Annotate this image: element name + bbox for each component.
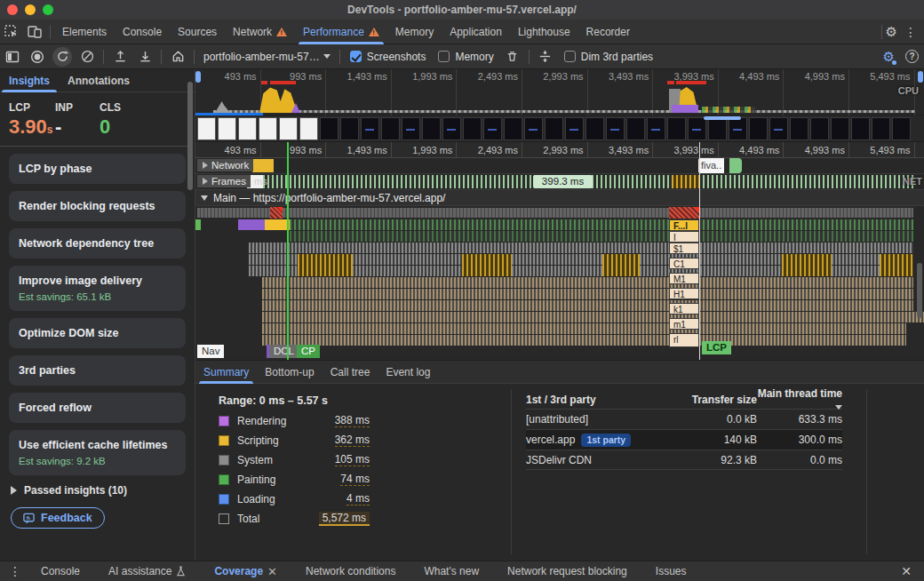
- insight-lcp-by-phase[interactable]: LCP by phase: [9, 154, 186, 184]
- frames-track[interactable]: 399.3 ms Frames ms: [195, 174, 924, 190]
- screenshot-frame[interactable]: [299, 117, 318, 140]
- tab-lighthouse[interactable]: Lighthouse: [510, 20, 578, 44]
- screenshot-frame[interactable]: [259, 117, 277, 140]
- screenshot-frame[interactable]: [361, 117, 379, 140]
- nav-marker[interactable]: Nav: [197, 345, 224, 358]
- screenshot-frame[interactable]: [381, 117, 400, 140]
- reload-record-button[interactable]: [52, 47, 72, 67]
- cp-marker[interactable]: CP: [297, 345, 320, 358]
- screenshot-frame[interactable]: [279, 117, 298, 140]
- selection-handle-left[interactable]: [195, 71, 201, 83]
- tab-summary[interactable]: Summary: [195, 361, 257, 384]
- insight-image-delivery[interactable]: Improve image deliveryEst savings: 65.1 …: [9, 266, 186, 311]
- screenshot-frame[interactable]: [647, 117, 665, 140]
- collect-garbage-icon[interactable]: [503, 47, 522, 67]
- screenshot-frame[interactable]: [218, 117, 236, 140]
- screenshot-frame[interactable]: [872, 117, 890, 140]
- frames-track-label[interactable]: Frames: [197, 175, 251, 187]
- drawer-tab-issues[interactable]: Issues: [656, 565, 687, 577]
- settings-gear-icon[interactable]: ⚙: [886, 24, 897, 40]
- tab-recorder[interactable]: Recorder: [578, 20, 638, 44]
- network-track[interactable]: Network fiva..: [195, 158, 924, 174]
- screenshot-frame[interactable]: [769, 117, 788, 140]
- screenshot-frame[interactable]: [810, 117, 829, 140]
- stack-frame-label[interactable]: I: [669, 231, 699, 243]
- tab-application[interactable]: Application: [442, 20, 510, 44]
- screenshots-filmstrip[interactable]: [195, 115, 924, 142]
- main-track-header[interactable]: Main — https://portfolio-amber-mu-57.ver…: [195, 190, 924, 206]
- screenshot-frame[interactable]: [688, 117, 706, 140]
- tab-insights[interactable]: Insights: [0, 69, 59, 92]
- insight-forced-reflow[interactable]: Forced reflow: [9, 393, 186, 423]
- stack-frame-label[interactable]: m1: [669, 318, 699, 330]
- feedback-button[interactable]: Feedback: [11, 507, 105, 529]
- screenshot-frame[interactable]: [524, 117, 543, 140]
- drawer-tab-ai-assistance[interactable]: AI assistance: [108, 565, 186, 577]
- stack-frame-label[interactable]: H1: [669, 288, 699, 299]
- insight-render-blocking[interactable]: Render blocking requests: [9, 191, 186, 221]
- screenshot-frame[interactable]: [463, 117, 482, 140]
- insight-3rd-parties[interactable]: 3rd parties: [9, 355, 186, 386]
- screenshot-frame[interactable]: [892, 117, 911, 140]
- stack-frame-label[interactable]: F...l: [669, 219, 699, 231]
- download-profile-icon[interactable]: [135, 47, 155, 67]
- tab-elements[interactable]: Elements: [54, 20, 115, 44]
- screenshot-frame[interactable]: [729, 117, 747, 140]
- main-flame-chart[interactable]: F...l I $1 C1 M1 H1 k1 m1 rl Nav DCL CP …: [195, 206, 924, 360]
- screenshot-frame[interactable]: [790, 117, 808, 140]
- collapse-tracks-icon[interactable]: [536, 47, 555, 67]
- sidebar-scrollbar[interactable]: [187, 82, 193, 190]
- frame-duration-chip[interactable]: 399.3 ms: [533, 175, 593, 188]
- screenshot-frame[interactable]: [667, 117, 686, 140]
- home-icon[interactable]: [168, 47, 187, 67]
- tab-event-log[interactable]: Event log: [378, 361, 438, 384]
- screenshot-frame[interactable]: [708, 117, 727, 140]
- screenshots-checkbox[interactable]: Screenshots: [350, 51, 426, 63]
- tab-sources[interactable]: Sources: [170, 20, 225, 44]
- drawer-tab-coverage[interactable]: Coverage✕: [214, 565, 277, 578]
- screenshot-frame[interactable]: [585, 117, 604, 140]
- table-row[interactable]: vercel.app1st party 140 kB 300.0 ms: [526, 429, 842, 450]
- inspect-element-icon[interactable]: [4, 24, 20, 40]
- screenshot-frame[interactable]: [504, 117, 522, 140]
- stack-frame-label[interactable]: C1: [669, 258, 699, 269]
- screenshot-frame[interactable]: [483, 117, 502, 140]
- table-header[interactable]: 1st / 3rd party Transfer size Main threa…: [526, 391, 842, 409]
- stack-frame-label[interactable]: $1: [669, 243, 699, 254]
- passed-insights-toggle[interactable]: Passed insights (10): [11, 484, 186, 497]
- close-coverage-icon[interactable]: ✕: [267, 565, 277, 578]
- stack-frame-label[interactable]: k1: [669, 303, 699, 314]
- screenshot-frame[interactable]: [626, 117, 645, 140]
- toggle-sidebar-icon[interactable]: [3, 47, 22, 67]
- insight-cache-lifetimes[interactable]: Use efficient cache lifetimesEst savings…: [9, 430, 186, 475]
- device-toolbar-icon[interactable]: [27, 24, 43, 40]
- screenshot-frame[interactable]: [851, 117, 870, 140]
- history-select[interactable]: portfolio-amber-mu-57…: [203, 51, 331, 63]
- upload-profile-icon[interactable]: [110, 47, 130, 67]
- drawer-tab-console[interactable]: Console: [41, 565, 80, 577]
- close-drawer-icon[interactable]: ✕: [901, 564, 912, 578]
- screenshot-frame[interactable]: [238, 117, 257, 140]
- memory-checkbox[interactable]: Memory: [438, 51, 493, 63]
- screenshot-frame[interactable]: [340, 117, 359, 140]
- network-track-label[interactable]: Network: [197, 159, 253, 171]
- drawer-tab-network-conditions[interactable]: Network conditions: [306, 565, 395, 577]
- screenshot-frame[interactable]: [749, 117, 768, 140]
- drawer-tab-request-blocking[interactable]: Network request blocking: [507, 565, 627, 577]
- network-request-badge[interactable]: fiva..: [698, 158, 724, 173]
- capture-settings-gear-icon[interactable]: ⚙: [883, 49, 895, 65]
- dim-3rd-parties-checkbox[interactable]: Dim 3rd parties: [564, 51, 653, 63]
- screenshot-frame[interactable]: [402, 117, 420, 140]
- dcl-marker[interactable]: DCL: [267, 345, 299, 358]
- tab-memory[interactable]: Memory: [387, 20, 442, 44]
- tab-call-tree[interactable]: Call tree: [323, 361, 378, 384]
- tab-annotations[interactable]: Annotations: [59, 69, 139, 92]
- screenshot-frame[interactable]: [545, 117, 563, 140]
- screenshot-frame[interactable]: [606, 117, 625, 140]
- clear-record-icon[interactable]: [77, 47, 97, 67]
- more-options-icon[interactable]: ⋮: [897, 25, 924, 39]
- insight-dom-size[interactable]: Optimize DOM size: [9, 318, 186, 348]
- drawer-tab-whats-new[interactable]: What's new: [424, 565, 479, 577]
- table-row[interactable]: JSDelivr CDN 92.3 kB 0.0 ms: [526, 450, 842, 470]
- flame-scrollbar[interactable]: [917, 263, 922, 318]
